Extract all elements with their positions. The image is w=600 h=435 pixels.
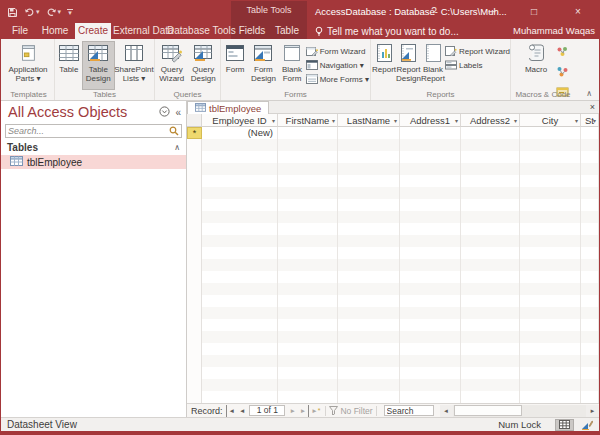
grid-cell[interactable] — [278, 331, 338, 343]
nav-pane-menu-icon[interactable] — [159, 106, 170, 119]
grid-cell[interactable] — [520, 271, 581, 283]
form-button[interactable]: Form — [222, 41, 248, 90]
column-dropdown-icon[interactable]: ▾ — [575, 117, 578, 124]
grid-cell[interactable] — [202, 247, 278, 259]
tab-create[interactable]: Create — [75, 23, 111, 39]
grid-cell[interactable] — [202, 307, 278, 319]
tab-home[interactable]: Home — [37, 23, 73, 39]
grid-cell[interactable] — [278, 211, 338, 223]
row-selector[interactable] — [187, 259, 202, 271]
row-selector[interactable] — [187, 175, 202, 187]
tab-external-data[interactable]: External Data — [113, 23, 167, 39]
grid-cell[interactable] — [202, 211, 278, 223]
undo-dropdown-icon[interactable]: ▾ — [36, 8, 40, 16]
row-selector[interactable] — [187, 283, 202, 295]
grid-cell[interactable] — [400, 331, 461, 343]
grid-cell[interactable] — [461, 223, 520, 235]
grid-cell[interactable] — [400, 319, 461, 331]
grid-cell[interactable] — [338, 151, 400, 163]
grid-cell[interactable] — [278, 259, 338, 271]
grid-cell[interactable] — [400, 271, 461, 283]
grid-cell[interactable] — [202, 175, 278, 187]
grid-cell[interactable] — [338, 259, 400, 271]
row-selector[interactable] — [187, 187, 202, 199]
grid-cell[interactable] — [202, 355, 278, 367]
grid-cell[interactable] — [338, 247, 400, 259]
row-selector[interactable] — [187, 355, 202, 367]
more-forms-button[interactable]: More Forms ▾ — [306, 72, 369, 86]
customize-qat-icon[interactable]: ▾ — [67, 9, 73, 15]
grid-cell[interactable] — [461, 355, 520, 367]
grid-cell[interactable] — [461, 175, 520, 187]
grid-cell[interactable] — [581, 355, 599, 367]
grid-cell[interactable] — [400, 139, 461, 151]
grid-cell[interactable] — [278, 379, 338, 391]
grid-cell[interactable] — [520, 295, 581, 307]
grid-cell[interactable] — [338, 139, 400, 151]
grid-cell[interactable] — [202, 271, 278, 283]
row-selector[interactable] — [187, 235, 202, 247]
last-record-button[interactable]: ► — [298, 405, 309, 417]
grid-cell[interactable] — [278, 355, 338, 367]
grid-cell[interactable] — [202, 187, 278, 199]
row-selector[interactable] — [187, 271, 202, 283]
grid-cell[interactable] — [338, 271, 400, 283]
shutter-close-icon[interactable]: « — [175, 107, 181, 118]
form-design-button[interactable]: Form Design — [248, 41, 278, 90]
grid-cell[interactable] — [400, 127, 461, 139]
grid-cell[interactable] — [461, 187, 520, 199]
blank-report-button[interactable]: Blank Report — [421, 41, 445, 90]
grid-cell[interactable] — [202, 295, 278, 307]
table-design-button[interactable]: Table Design — [82, 41, 115, 90]
grid-cell[interactable] — [520, 223, 581, 235]
new-record-id-cell[interactable]: (New) — [202, 127, 278, 139]
grid-cell[interactable] — [338, 319, 400, 331]
grid-cell[interactable] — [400, 295, 461, 307]
grid-cell[interactable] — [461, 391, 520, 403]
datasheet-body[interactable]: *(New) — [187, 127, 599, 403]
grid-cell[interactable] — [461, 331, 520, 343]
row-selector[interactable] — [187, 343, 202, 355]
grid-cell[interactable] — [338, 223, 400, 235]
grid-cell[interactable] — [461, 199, 520, 211]
column-dropdown-icon[interactable]: ▾ — [332, 117, 335, 124]
grid-cell[interactable] — [278, 247, 338, 259]
grid-cell[interactable] — [202, 367, 278, 379]
scroll-right-icon[interactable]: ► — [586, 405, 599, 417]
row-selector[interactable] — [187, 295, 202, 307]
scrollbar-track[interactable] — [453, 405, 586, 417]
grid-cell[interactable] — [278, 175, 338, 187]
undo-button[interactable]: ▾ — [24, 8, 40, 17]
grid-cell[interactable] — [461, 211, 520, 223]
close-button[interactable]: × — [565, 1, 591, 23]
row-selector[interactable] — [187, 367, 202, 379]
column-dropdown-icon[interactable]: ▾ — [593, 117, 596, 124]
nav-item-tblemployee[interactable]: tblEmployee — [1, 155, 186, 169]
previous-record-button[interactable]: ◄ — [237, 405, 247, 417]
grid-cell[interactable] — [581, 271, 599, 283]
tab-file[interactable]: File — [5, 23, 35, 39]
redo-button[interactable]: ▾ — [46, 8, 62, 17]
grid-cell[interactable] — [581, 259, 599, 271]
next-record-button[interactable]: ► — [287, 405, 297, 417]
grid-cell[interactable] — [338, 367, 400, 379]
grid-cell[interactable] — [520, 367, 581, 379]
grid-cell[interactable] — [400, 391, 461, 403]
redo-dropdown-icon[interactable]: ▾ — [58, 8, 62, 16]
grid-cell[interactable] — [461, 379, 520, 391]
grid-cell[interactable] — [338, 175, 400, 187]
grid-cell[interactable] — [202, 235, 278, 247]
save-icon[interactable] — [7, 7, 18, 18]
grid-cell[interactable] — [581, 151, 599, 163]
navigation-button[interactable]: Navigation ▾ — [306, 58, 369, 72]
record-position[interactable]: 1 of 1 — [249, 405, 285, 416]
grid-cell[interactable] — [202, 163, 278, 175]
no-filter-button[interactable]: No Filter — [329, 406, 372, 416]
grid-cell[interactable] — [338, 163, 400, 175]
grid-cell[interactable] — [400, 151, 461, 163]
grid-cell[interactable] — [581, 379, 599, 391]
grid-cell[interactable] — [581, 391, 599, 403]
grid-cell[interactable] — [581, 223, 599, 235]
minimize-button[interactable]: ─ — [479, 1, 505, 23]
grid-cell[interactable] — [400, 379, 461, 391]
